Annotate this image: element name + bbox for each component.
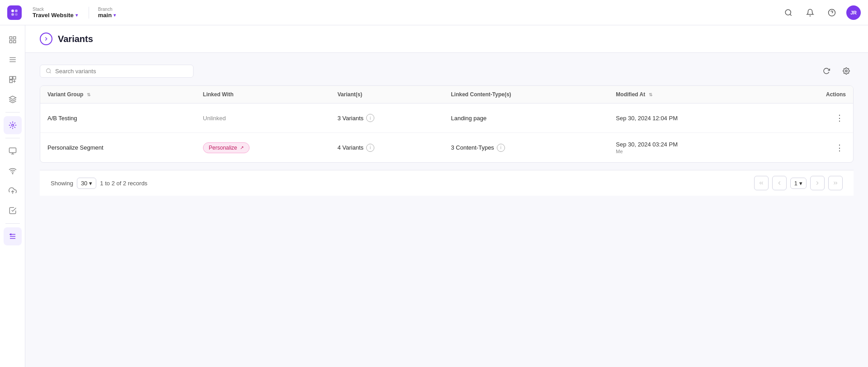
records-text: 1 to 2 of 2 records — [100, 180, 147, 187]
col-modified-at: Modified At ⇅ — [609, 86, 777, 104]
topbar-actions: JR — [781, 5, 861, 20]
svg-marker-18 — [9, 96, 16, 100]
row-actions-button-1[interactable]: ⋮ — [833, 112, 846, 124]
search-input[interactable] — [55, 68, 188, 75]
stack-chevron: ▾ — [75, 13, 78, 18]
next-page-button[interactable] — [810, 176, 825, 190]
svg-point-1 — [15, 9, 18, 12]
stack-selector[interactable]: Stack Travel Website ▾ — [33, 7, 78, 19]
content-types-info-icon-2[interactable]: i — [497, 144, 505, 152]
help-button[interactable] — [825, 5, 839, 20]
sidebar-item-content[interactable] — [4, 51, 22, 69]
cell-modified-1: Sep 30, 2024 12:04 PM — [609, 104, 777, 133]
sidebar-item-variants[interactable] — [4, 116, 22, 134]
svg-rect-17 — [9, 80, 12, 83]
cell-variant-group-1: A/B Testing — [40, 104, 196, 133]
sidebar-item-monitor[interactable] — [4, 142, 22, 160]
page-header: Variants — [25, 25, 868, 53]
svg-point-3 — [15, 13, 18, 16]
cell-linked-with-2: Personalize ↗ — [196, 133, 330, 163]
cell-linked-with-1: Unlinked — [196, 104, 330, 133]
first-page-button[interactable] — [754, 176, 769, 190]
row-actions-button-2[interactable]: ⋮ — [833, 141, 846, 154]
sidebar-item-blocks[interactable] — [4, 71, 22, 89]
refresh-button[interactable] — [819, 64, 834, 78]
external-link-icon: ↗ — [240, 145, 244, 150]
main-layout: Variants — [0, 25, 868, 367]
page-chevron: ▾ — [799, 180, 802, 187]
unlinked-label: Unlinked — [203, 115, 226, 122]
table-row: A/B Testing Unlinked 3 Variants i Landin — [40, 104, 853, 133]
sidebar-item-layers[interactable] — [4, 90, 22, 108]
showing-label: Showing — [51, 180, 73, 187]
cell-variant-group-2: Personalize Segment — [40, 133, 196, 163]
page-input[interactable]: 1 ▾ — [790, 178, 807, 189]
svg-rect-20 — [9, 148, 16, 153]
branch-label: Branch — [98, 7, 116, 12]
sidebar — [0, 25, 25, 367]
search-button[interactable] — [781, 5, 796, 20]
stack-label: Stack — [33, 7, 78, 12]
expand-icon[interactable] — [40, 33, 52, 45]
svg-point-4 — [785, 9, 791, 15]
col-variant-group: Variant Group ⇅ — [40, 86, 196, 104]
variants-info-icon-2[interactable]: i — [366, 144, 374, 152]
svg-point-23 — [12, 173, 13, 174]
svg-point-28 — [47, 69, 51, 73]
svg-point-2 — [11, 13, 14, 16]
table-row: Personalize Segment Personalize ↗ 4 Vari… — [40, 133, 853, 163]
table-footer: Showing 30 ▾ 1 to 2 of 2 records — [40, 170, 854, 196]
user-avatar[interactable]: JR — [846, 5, 861, 20]
sidebar-item-tasks[interactable] — [4, 202, 22, 220]
col-linked-with: Linked With — [196, 86, 330, 104]
app-logo[interactable] — [7, 5, 22, 20]
main-content: Variants — [25, 25, 868, 367]
svg-point-19 — [11, 124, 14, 127]
branch-chevron: ▾ — [113, 13, 116, 18]
per-page-value: 30 — [81, 180, 87, 187]
stack-value: Travel Website — [33, 12, 74, 19]
search-icon — [46, 68, 52, 74]
sort-icon-modified[interactable]: ⇅ — [649, 92, 652, 97]
cell-actions-2: ⋮ — [777, 133, 853, 163]
variants-info-icon-1[interactable]: i — [366, 114, 374, 122]
svg-point-0 — [11, 9, 14, 12]
sidebar-item-wireless[interactable] — [4, 162, 22, 180]
svg-line-29 — [50, 72, 51, 73]
per-page-chevron: ▾ — [89, 180, 92, 187]
cell-content-types-1: Landing page — [443, 104, 609, 133]
svg-rect-15 — [9, 76, 12, 79]
col-variants: Variant(s) — [330, 86, 443, 104]
settings-button[interactable] — [839, 64, 854, 78]
topbar: Stack Travel Website ▾ Branch main ▾ JR — [0, 0, 868, 25]
col-linked-content-types: Linked Content-Type(s) — [443, 86, 609, 104]
cell-variants-2: 4 Variants i — [330, 133, 443, 163]
notifications-button[interactable] — [803, 5, 817, 20]
footer-left: Showing 30 ▾ 1 to 2 of 2 records — [51, 178, 147, 189]
branch-selector[interactable]: Branch main ▾ — [89, 7, 116, 19]
last-page-button[interactable] — [828, 176, 843, 190]
svg-rect-10 — [9, 41, 12, 43]
col-actions: Actions — [777, 86, 853, 104]
sidebar-item-dashboard[interactable] — [4, 31, 22, 49]
cell-actions-1: ⋮ — [777, 104, 853, 133]
svg-rect-16 — [13, 76, 15, 79]
personalize-badge[interactable]: Personalize ↗ — [203, 142, 250, 153]
sidebar-item-deploy[interactable] — [4, 182, 22, 200]
footer-right: 1 ▾ — [754, 176, 843, 190]
sort-icon-variant-group[interactable]: ⇅ — [87, 92, 90, 97]
svg-rect-8 — [9, 37, 12, 39]
cell-content-types-2: 3 Content-Types i — [443, 133, 609, 163]
sidebar-item-settings[interactable] — [4, 227, 22, 245]
page-title: Variants — [58, 34, 93, 44]
svg-line-5 — [790, 14, 791, 15]
toolbar-right — [819, 64, 854, 78]
prev-page-button[interactable] — [772, 176, 787, 190]
current-page: 1 — [794, 180, 797, 187]
per-page-selector[interactable]: 30 ▾ — [77, 178, 96, 189]
content-body: Variant Group ⇅ Linked With Variant(s) L… — [25, 53, 868, 367]
cell-variants-1: 3 Variants i — [330, 104, 443, 133]
variants-table: Variant Group ⇅ Linked With Variant(s) L… — [40, 85, 854, 163]
search-box[interactable] — [40, 65, 193, 78]
svg-point-30 — [845, 70, 847, 72]
